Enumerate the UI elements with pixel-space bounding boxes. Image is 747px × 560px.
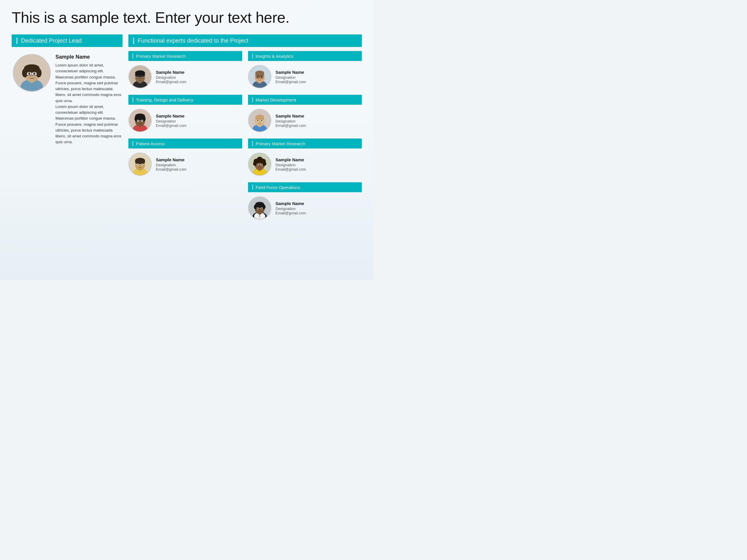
- category-header-pmr2: Primary Market Research: [248, 138, 362, 149]
- svg-point-10: [28, 73, 31, 75]
- left-section-header: Dedicated Project Lead: [12, 34, 123, 47]
- category-primary-market-research: Primary Market Research: [128, 51, 242, 89]
- svg-point-36: [137, 120, 138, 121]
- expert-email-patient: Email@gmail.com: [156, 167, 242, 171]
- expert-avatar-insights: [248, 65, 272, 88]
- category-market-dev: Market Development: [248, 95, 362, 133]
- expert-card-pmr: Sample Name Designation Email@gmail.com: [128, 64, 242, 89]
- expert-info-market: Sample Name Designation Email@gmail.com: [276, 113, 362, 128]
- right-section-header: Functional experts dedicated to the Proj…: [128, 34, 362, 47]
- svg-point-15: [31, 76, 33, 77]
- expert-designation-training: Designation: [156, 119, 242, 123]
- category-patient-access: Patient Access: [128, 138, 242, 177]
- svg-point-49: [139, 166, 140, 166]
- svg-point-37: [141, 120, 143, 121]
- expert-email-market: Email@gmail.com: [276, 123, 362, 128]
- expert-email-insights: Email@gmail.com: [276, 80, 362, 84]
- expert-name-market: Sample Name: [276, 113, 362, 118]
- expert-email-training: Email@gmail.com: [156, 123, 242, 128]
- svg-point-86: [259, 166, 260, 166]
- category-header-pmr: Primary Market Research: [128, 51, 242, 61]
- expert-designation-pmr: Designation: [156, 75, 242, 80]
- svg-point-67: [255, 117, 264, 121]
- svg-point-100: [261, 208, 262, 209]
- expert-avatar-pmr: [128, 65, 152, 88]
- experts-grid: Primary Market Research: [128, 51, 362, 226]
- expert-email-pmr: Email@gmail.com: [156, 80, 242, 84]
- svg-point-38: [139, 122, 140, 123]
- svg-point-80: [253, 162, 257, 166]
- svg-point-85: [261, 164, 262, 165]
- expert-email-pmr2: Email@gmail.com: [276, 167, 362, 171]
- lead-description: Lorem ipsum dolor sit amet, consectetuer…: [55, 62, 121, 145]
- expert-avatar-market: [248, 109, 272, 132]
- expert-name-patient: Sample Name: [156, 157, 242, 162]
- expert-designation-pmr2: Designation: [276, 163, 362, 167]
- category-title-pmr: Primary Market Research: [136, 54, 186, 59]
- category-title-patient: Patient Access: [136, 141, 164, 146]
- svg-point-81: [262, 162, 266, 166]
- lead-name: Sample Name: [55, 54, 121, 60]
- category-training: Training, Design and Delivery: [128, 95, 242, 133]
- svg-point-71: [261, 120, 262, 122]
- category-field-force: Field Force Operations: [248, 182, 362, 221]
- expert-info-patient: Sample Name Designation Email@gmail.com: [156, 157, 242, 171]
- svg-point-25: [139, 78, 140, 79]
- expert-name-pmr: Sample Name: [156, 70, 242, 75]
- expert-designation-field: Designation: [276, 207, 362, 211]
- expert-designation-market: Designation: [276, 119, 362, 123]
- category-header-market: Market Development: [248, 95, 362, 105]
- svg-point-101: [259, 209, 260, 210]
- expert-designation-insights: Designation: [276, 75, 362, 80]
- expert-info-insights: Sample Name Designation Email@gmail.com: [276, 70, 362, 84]
- page-content: This is a sample text. Enter your text h…: [0, 0, 374, 235]
- expert-info-pmr: Sample Name Designation Email@gmail.com: [156, 70, 242, 84]
- svg-point-61: [259, 78, 260, 79]
- svg-point-72: [259, 122, 260, 123]
- left-column: Dedicated Project Lead: [12, 34, 123, 148]
- svg-point-11: [33, 73, 35, 75]
- expert-avatar-pmr2: [248, 153, 272, 176]
- category-header-training: Training, Design and Delivery: [128, 95, 242, 105]
- right-section-title: Functional experts dedicated to the Proj…: [138, 37, 248, 44]
- category-header-patient: Patient Access: [128, 138, 242, 149]
- expert-card-patient: Sample Name Designation Email@gmail.com: [128, 151, 242, 177]
- svg-point-47: [137, 164, 138, 165]
- expert-info-pmr2: Sample Name Designation Email@gmail.com: [276, 157, 362, 171]
- svg-point-59: [257, 76, 259, 78]
- expert-card-pmr2: Sample Name Designation Email@gmail.com: [248, 151, 362, 177]
- category-title-insights: Insights & Analytics: [256, 54, 293, 59]
- svg-point-70: [257, 120, 259, 122]
- lead-text: Sample Name Lorem ipsum dolor sit amet, …: [55, 54, 121, 145]
- expert-email-field: Email@gmail.com: [276, 211, 362, 215]
- category-pmr2: Primary Market Research: [248, 138, 362, 177]
- expert-name-training: Sample Name: [156, 113, 242, 118]
- expert-avatar-training: [128, 109, 152, 132]
- expert-card-market: Sample Name Designation Email@gmail.com: [248, 108, 362, 133]
- svg-point-84: [257, 164, 259, 165]
- svg-point-44: [135, 160, 145, 164]
- expert-name-pmr2: Sample Name: [276, 157, 362, 162]
- expert-avatar-patient: [128, 153, 152, 176]
- category-title-pmr2: Primary Market Research: [256, 141, 305, 146]
- main-layout: Dedicated Project Lead: [12, 34, 362, 226]
- category-title-training: Training, Design and Delivery: [136, 98, 193, 102]
- right-column: Functional experts dedicated to the Proj…: [128, 34, 362, 226]
- main-title: This is a sample text. Enter your text h…: [12, 9, 362, 26]
- svg-point-99: [257, 208, 259, 209]
- category-title-market: Market Development: [256, 98, 296, 102]
- category-title-field: Field Force Operations: [256, 185, 300, 190]
- page: This is a sample text. Enter your text h…: [0, 0, 374, 280]
- expert-name-insights: Sample Name: [276, 70, 362, 75]
- category-header-insights: Insights & Analytics: [248, 51, 362, 61]
- svg-point-60: [261, 76, 263, 78]
- expert-name-field: Sample Name: [276, 201, 362, 206]
- left-section-title: Dedicated Project Lead: [21, 37, 82, 44]
- experts-right-col: Insights & Analytics: [248, 51, 362, 226]
- lead-avatar: [13, 54, 51, 92]
- experts-left-col: Primary Market Research: [128, 51, 242, 226]
- category-header-field: Field Force Operations: [248, 182, 362, 192]
- expert-card-training: Sample Name Designation Email@gmail.com: [128, 108, 242, 133]
- lead-content: Sample Name Lorem ipsum dolor sit amet, …: [12, 51, 123, 148]
- category-insights: Insights & Analytics: [248, 51, 362, 89]
